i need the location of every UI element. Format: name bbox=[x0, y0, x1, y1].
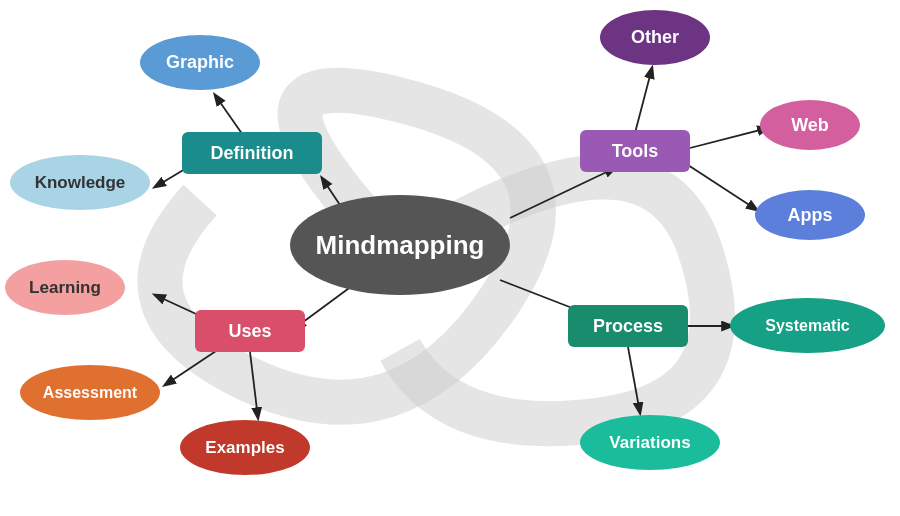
systematic-label: Systematic bbox=[765, 317, 850, 335]
apps-label: Apps bbox=[788, 205, 833, 226]
svg-line-7 bbox=[510, 168, 615, 218]
other-node[interactable]: Other bbox=[600, 10, 710, 65]
svg-line-10 bbox=[688, 165, 757, 210]
svg-line-9 bbox=[690, 128, 768, 148]
learning-label: Learning bbox=[29, 278, 101, 298]
examples-node[interactable]: Examples bbox=[180, 420, 310, 475]
web-node[interactable]: Web bbox=[760, 100, 860, 150]
process-label: Process bbox=[593, 316, 663, 337]
learning-node[interactable]: Learning bbox=[5, 260, 125, 315]
process-node[interactable]: Process bbox=[568, 305, 688, 347]
center-node[interactable]: Mindmapping bbox=[290, 195, 510, 295]
graphic-label: Graphic bbox=[166, 52, 234, 73]
graphic-node[interactable]: Graphic bbox=[140, 35, 260, 90]
svg-line-8 bbox=[635, 68, 652, 133]
uses-label: Uses bbox=[228, 321, 271, 342]
tools-node[interactable]: Tools bbox=[580, 130, 690, 172]
variations-node[interactable]: Variations bbox=[580, 415, 720, 470]
definition-node[interactable]: Definition bbox=[182, 132, 322, 174]
definition-label: Definition bbox=[211, 143, 294, 164]
tools-label: Tools bbox=[612, 141, 659, 162]
apps-node[interactable]: Apps bbox=[755, 190, 865, 240]
uses-node[interactable]: Uses bbox=[195, 310, 305, 352]
systematic-node[interactable]: Systematic bbox=[730, 298, 885, 353]
svg-line-13 bbox=[628, 347, 640, 413]
web-label: Web bbox=[791, 115, 829, 136]
assessment-label: Assessment bbox=[43, 384, 137, 402]
knowledge-label: Knowledge bbox=[35, 173, 126, 193]
center-label: Mindmapping bbox=[316, 230, 485, 261]
examples-label: Examples bbox=[205, 438, 284, 458]
other-label: Other bbox=[631, 27, 679, 48]
knowledge-node[interactable]: Knowledge bbox=[10, 155, 150, 210]
assessment-node[interactable]: Assessment bbox=[20, 365, 160, 420]
variations-label: Variations bbox=[609, 433, 690, 453]
svg-line-6 bbox=[250, 352, 258, 418]
